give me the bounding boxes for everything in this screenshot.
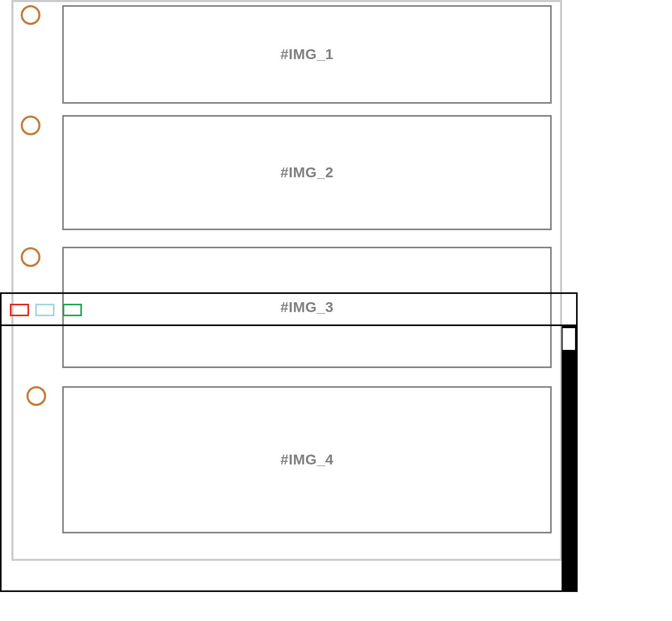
browser-window	[0, 292, 578, 592]
list-bullet-icon	[21, 116, 40, 135]
image-placeholder-label: #IMG_2	[281, 164, 334, 181]
close-icon[interactable]	[10, 304, 29, 316]
scrollbar-track[interactable]	[562, 326, 576, 590]
window-titlebar[interactable]	[2, 294, 576, 326]
minimize-icon[interactable]	[35, 304, 54, 316]
image-placeholder-label: #IMG_1	[281, 46, 334, 63]
list-bullet-icon	[21, 5, 40, 25]
image-placeholder[interactable]: #IMG_1	[62, 5, 552, 104]
scrollbar-thumb[interactable]	[563, 328, 575, 350]
image-placeholder[interactable]: #IMG_2	[62, 115, 552, 230]
list-bullet-icon	[21, 247, 40, 267]
zoom-icon[interactable]	[63, 304, 82, 316]
